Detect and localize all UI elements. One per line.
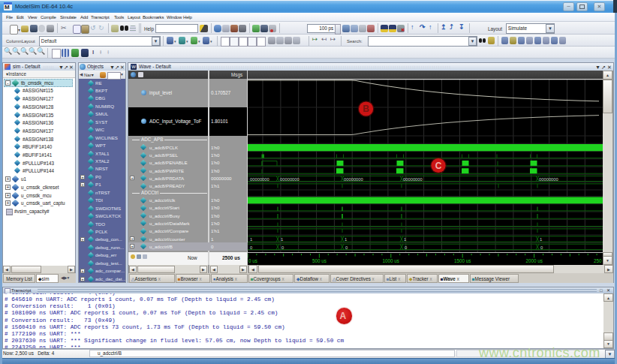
- svg-text:500 us: 500 us: [312, 258, 327, 263]
- svg-text:0: 0: [345, 245, 348, 250]
- svg-text:00000000: 00000000: [403, 177, 423, 182]
- svg-text:C: C: [435, 161, 442, 171]
- svg-text:00000000: 00000000: [280, 177, 299, 182]
- svg-text:00000000: 00000000: [250, 177, 269, 182]
- svg-text:1: 1: [281, 237, 283, 242]
- svg-text:250: 250: [594, 258, 602, 263]
- svg-text:1: 1: [404, 237, 406, 242]
- svg-text:1: 1: [540, 237, 542, 242]
- svg-text:B: B: [363, 104, 369, 114]
- svg-text:1000 us: 1000 us: [383, 258, 399, 263]
- svg-text:00000000: 00000000: [539, 177, 558, 182]
- svg-text:0: 0: [250, 245, 252, 250]
- svg-text:2000 us: 2000 us: [525, 258, 542, 263]
- svg-text:00000000: 00000000: [344, 177, 363, 182]
- svg-text:1: 1: [345, 237, 347, 242]
- svg-text:0: 0: [540, 245, 543, 250]
- svg-text:1500 us: 1500 us: [454, 258, 471, 263]
- svg-text:1: 1: [250, 237, 252, 242]
- svg-text:0 us: 0 us: [248, 258, 257, 263]
- svg-text:0: 0: [281, 245, 284, 250]
- svg-text:0: 0: [405, 245, 407, 250]
